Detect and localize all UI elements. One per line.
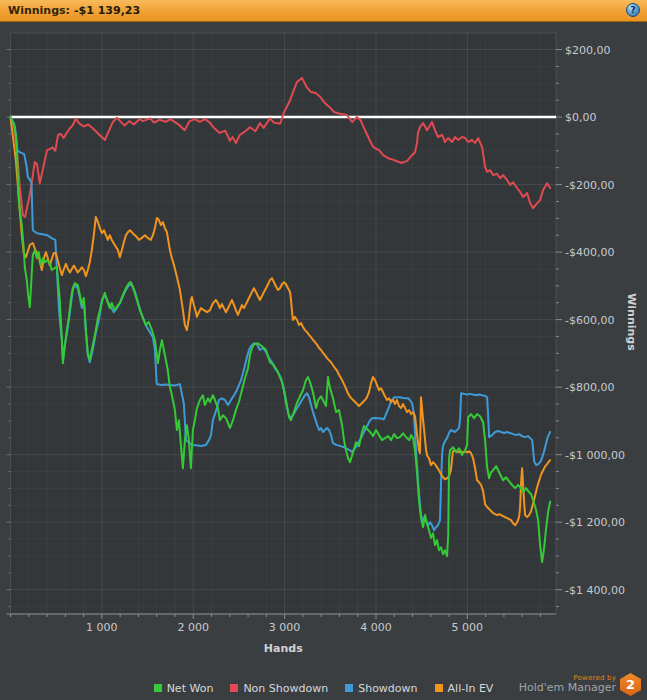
footer-branding: Powered by Hold'em Manager [519,675,616,694]
legend-label: Net Won [167,682,214,695]
y-tick-label: -$800,00 [565,381,614,394]
y-tick-label: -$200,00 [565,179,614,192]
y-tick-label: -$1 000,00 [565,449,625,462]
help-icon[interactable]: ? [626,3,640,17]
y-tick-label: -$1 200,00 [565,516,625,529]
plot-area [11,33,557,614]
legend-label: All-In EV [448,682,494,695]
winnings-label: Winnings: [8,4,70,17]
x-axis-title: Hands [264,642,303,655]
y-tick-label: -$1 400,00 [565,584,625,597]
legend-item-all-in-ev: All-In EV [435,682,494,695]
y-tick-label: -$600,00 [565,314,614,327]
legend-swatch-icon [345,684,353,692]
x-tick-label: 5 000 [452,621,484,634]
y-tick-label: -$400,00 [565,246,614,259]
x-tick-label: 3 000 [269,621,301,634]
x-tick-label: 1 000 [86,621,118,634]
y-tick-label: $200,00 [565,44,611,57]
hm2-logo-number: 2 [626,677,635,692]
winnings-value: -$1 139,23 [74,4,140,17]
legend-swatch-icon [435,684,443,692]
x-tick-label: 4 000 [360,621,392,634]
y-axis-title: Winnings [625,293,638,351]
legend-item-net-won: Net Won [154,682,214,695]
x-tick-label: 2 000 [177,621,209,634]
legend-label: Showdown [358,682,417,695]
y-tick-label: $0,00 [565,111,597,124]
help-icon-glyph: ? [630,5,635,15]
legend-label: Non Showdown [243,682,328,695]
legend-item-showdown: Showdown [345,682,417,695]
winnings-chart: 1 0002 0003 0004 0005 000$200,00$0,00-$2… [0,21,647,681]
legend-item-non-showdown: Non Showdown [230,682,328,695]
brand-label: Hold'em Manager [519,682,616,694]
title-bar: Winnings: -$1 139,23 [0,0,647,22]
legend-swatch-icon [154,684,162,692]
legend-swatch-icon [230,684,238,692]
